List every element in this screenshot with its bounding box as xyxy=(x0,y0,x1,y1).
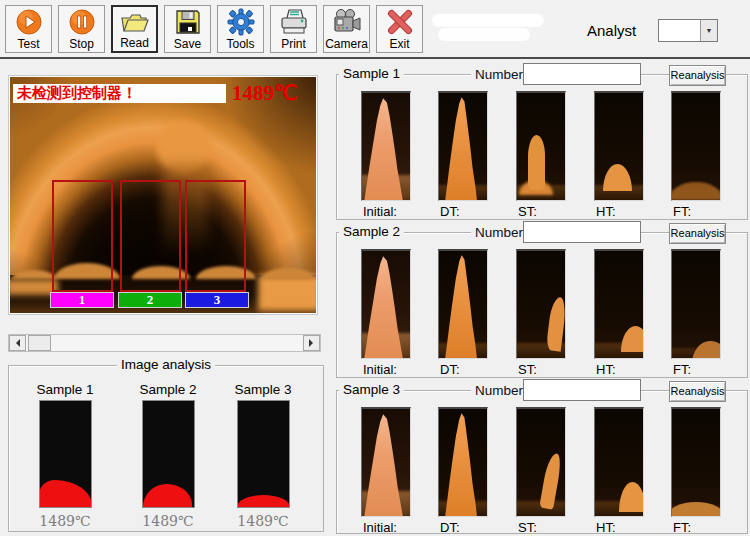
sample-3-ht-image xyxy=(594,407,644,517)
sample-3-st-label: ST: xyxy=(518,520,537,535)
sample-3-ht-label: HT: xyxy=(596,520,616,535)
sample-2-st-image xyxy=(516,249,566,359)
floppy-icon xyxy=(175,7,201,37)
sample-1-number-label: Number xyxy=(471,67,527,82)
sample-3-title: Sample 3 xyxy=(339,382,404,397)
app-window: { "toolbar": { "buttons": [ { "label": "… xyxy=(0,0,750,536)
sample-2-st-label: ST: xyxy=(518,362,537,377)
analysis-silhouette-3 xyxy=(237,400,290,508)
sample-1-dt-label: DT: xyxy=(440,204,460,219)
analysis-temp-1: 1489℃ xyxy=(35,513,95,529)
save-button[interactable]: Save xyxy=(164,5,211,53)
save-button-label: Save xyxy=(174,37,201,51)
test-button[interactable]: Test xyxy=(5,5,52,53)
analysis-panel-3-title: Sample 3 xyxy=(223,382,303,397)
play-icon xyxy=(15,7,43,37)
sample-2-title: Sample 2 xyxy=(339,224,404,239)
sample-3-st-image xyxy=(516,407,566,517)
pause-icon xyxy=(68,7,96,37)
analysis-panel-2-title: Sample 2 xyxy=(128,382,208,397)
sample-2-ft-image xyxy=(671,249,721,359)
scrollbar-track[interactable] xyxy=(26,335,303,351)
sample-2-ft-label: FT: xyxy=(673,362,691,377)
scrollbar-thumb[interactable] xyxy=(28,335,51,351)
exit-button-label: Exit xyxy=(389,37,409,51)
sample-1-reanalysis-button[interactable]: Reanalysis xyxy=(669,65,726,86)
image-analysis-group: Image analysis Sample 1 Sample 2 Sample … xyxy=(8,365,324,532)
sample-2-group: Sample 2 Number Reanalysis Initial: DT: … xyxy=(336,232,748,378)
stop-button[interactable]: Stop xyxy=(58,5,105,53)
printer-icon xyxy=(279,7,309,37)
sample-1-ht-label: HT: xyxy=(596,204,616,219)
sample-2-number-input[interactable] xyxy=(523,221,641,243)
sample-mound xyxy=(262,268,314,279)
sample-3-ft-label: FT: xyxy=(673,520,691,535)
analyst-combobox[interactable]: ▼ xyxy=(658,19,718,42)
furnace-camera-view: 1 2 3 未检测到控制器！ 1489℃ xyxy=(8,75,318,315)
tools-button[interactable]: Tools xyxy=(217,5,264,53)
sample-1-title: Sample 1 xyxy=(339,66,404,81)
sample-mound xyxy=(12,270,56,279)
scroll-left-button[interactable] xyxy=(9,335,26,351)
sample-3-dt-label: DT: xyxy=(440,520,460,535)
read-button[interactable]: Read xyxy=(111,5,158,53)
sample-2-reanalysis-button[interactable]: Reanalysis xyxy=(669,223,726,244)
furnace-temperature: 1489℃ xyxy=(232,81,298,106)
sample-2-dt-image xyxy=(438,249,488,359)
sample-1-st-label: ST: xyxy=(518,204,537,219)
sample-2-initial-label: Initial: xyxy=(363,362,397,377)
sample-1-ft-image xyxy=(671,91,721,201)
sample-3-initial-image xyxy=(361,407,411,517)
chevron-down-icon[interactable]: ▼ xyxy=(700,20,717,41)
melt-blob-1 xyxy=(39,480,92,507)
camera-icon xyxy=(332,7,362,37)
scroll-left-icon xyxy=(12,339,20,347)
analysis-temp-3: 1489℃ xyxy=(233,513,293,529)
sample-2-initial-image xyxy=(361,249,411,359)
sample-3-number-input[interactable] xyxy=(523,379,641,401)
analyst-combobox-value xyxy=(659,20,700,41)
sample-3-number-label: Number xyxy=(471,383,527,398)
sample-1-number-input[interactable] xyxy=(523,63,641,85)
roi-marker-3: 3 xyxy=(185,292,249,308)
analyst-label: Analyst xyxy=(587,22,636,39)
image-analysis-title: Image analysis xyxy=(117,357,215,372)
sample-1-group: Sample 1 Number Reanalysis Initial: DT: … xyxy=(336,74,748,220)
scroll-right-icon xyxy=(309,339,317,347)
sample-1-ft-label: FT: xyxy=(673,204,691,219)
analysis-panel-1-title: Sample 1 xyxy=(25,382,105,397)
scroll-right-button[interactable] xyxy=(303,335,320,351)
print-button[interactable]: Print xyxy=(270,5,317,53)
analysis-silhouette-2 xyxy=(142,400,195,508)
controller-alert-text: 未检测到控制器！ xyxy=(13,84,226,103)
melt-blob-3 xyxy=(237,495,290,507)
sample-3-initial-label: Initial: xyxy=(363,520,397,535)
sample-1-st-image xyxy=(516,91,566,201)
sample-2-ht-label: HT: xyxy=(596,362,616,377)
camera-horizontal-scrollbar[interactable] xyxy=(8,334,321,352)
floor-glow-right xyxy=(258,275,316,311)
folder-icon xyxy=(120,7,150,36)
exit-icon xyxy=(386,7,414,37)
redacted-area xyxy=(428,12,548,46)
sample-2-number-label: Number xyxy=(471,225,527,240)
sample-3-group: Sample 3 Number Reanalysis Initial: DT: … xyxy=(336,390,748,534)
sample-1-initial-image xyxy=(361,91,411,201)
furnace-image: 1 2 3 未检测到控制器！ 1489℃ xyxy=(10,77,316,313)
melt-blob-2 xyxy=(143,484,192,507)
sample-2-dt-label: DT: xyxy=(440,362,460,377)
sample-1-ht-image xyxy=(594,91,644,201)
sample-3-ft-image xyxy=(671,407,721,517)
roi-marker-2: 2 xyxy=(118,292,182,308)
exit-button[interactable]: Exit xyxy=(376,5,423,53)
sample-1-dt-image xyxy=(438,91,488,201)
sample-3-reanalysis-button[interactable]: Reanalysis xyxy=(669,381,726,402)
sample-1-initial-label: Initial: xyxy=(363,204,397,219)
tools-button-label: Tools xyxy=(226,37,254,51)
camera-button[interactable]: Camera xyxy=(323,5,370,53)
toolbar-button-row: Test Stop Read xyxy=(5,5,423,53)
roi-rect-2 xyxy=(120,180,181,292)
sample-2-ht-image xyxy=(594,249,644,359)
roi-rect-1 xyxy=(52,180,113,292)
toolbar: Test Stop Read xyxy=(0,0,750,59)
